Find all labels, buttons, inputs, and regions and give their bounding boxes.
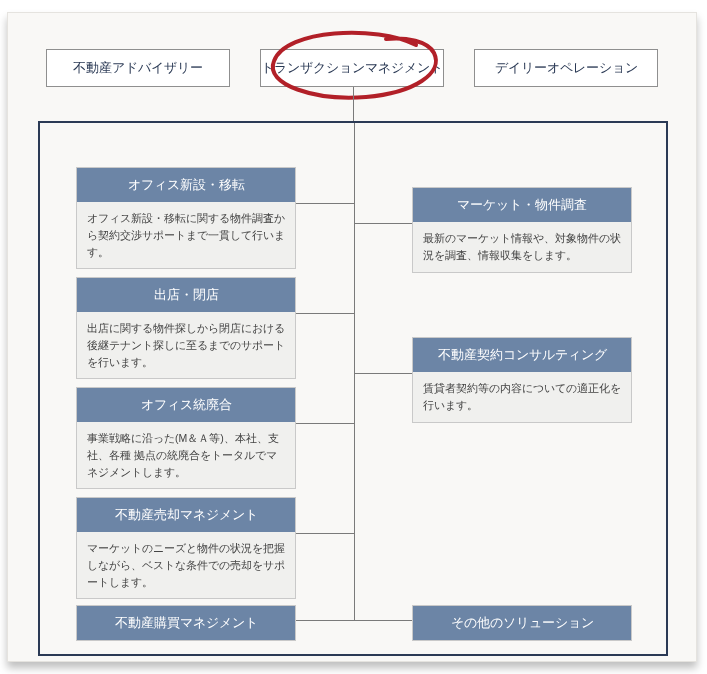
card-title: マーケット・物件調査 (413, 188, 631, 222)
connector (296, 203, 354, 204)
connector (296, 313, 354, 314)
card-title: その他のソリューション (412, 605, 632, 641)
connector (355, 620, 413, 621)
card-title: 不動産契約コンサルティング (413, 338, 631, 372)
card-desc: 賃貸者契約等の内容についての適正化を行います。 (413, 372, 631, 422)
connector (296, 533, 354, 534)
tab-label: デイリーオペレーション (495, 59, 638, 77)
card-office-new-relocate: オフィス新設・移転 オフィス新設・移転に関する物件調査から契約交渉サポートまで一… (76, 167, 296, 269)
card-title: オフィス統廃合 (77, 388, 295, 422)
connector (355, 223, 413, 224)
top-tabs: 不動産アドバイザリー トランザクションマネジメント デイリーオペレーション (8, 49, 696, 87)
card-office-consolidation: オフィス統廃合 事業戦略に沿った(M＆Ａ等)、本社、支社、各種 拠点の統廃合をト… (76, 387, 296, 489)
tab-label: トランザクションマネジメント (261, 59, 443, 77)
connector (296, 423, 354, 424)
card-desc: オフィス新設・移転に関する物件調査から契約交渉サポートまで一貫して行います。 (77, 202, 295, 268)
card-desc: 出店に関する物件探しから閉店における後継テナント探しに至るまでのサポートを行いま… (77, 312, 295, 378)
tab-transaction: トランザクションマネジメント (260, 49, 444, 87)
connector (355, 373, 413, 374)
tab-advisory: 不動産アドバイザリー (46, 49, 230, 87)
card-open-close: 出店・閉店 出店に関する物件探しから閉店における後継テナント探しに至るまでのサポ… (76, 277, 296, 379)
card-title: 不動産購買マネジメント (76, 605, 296, 641)
card-contract-consulting: 不動産契約コンサルティング 賃貸者契約等の内容についての適正化を行います。 (412, 337, 632, 423)
tab-daily-ops: デイリーオペレーション (474, 49, 658, 87)
card-other-solutions: その他のソリューション (412, 605, 632, 641)
connector-spine (354, 123, 355, 621)
diagram-canvas: 不動産アドバイザリー トランザクションマネジメント デイリーオペレーション オフ… (7, 12, 697, 662)
card-sale-management: 不動産売却マネジメント マーケットのニーズと物件の状況を把握しながら、ベストな条… (76, 497, 296, 599)
card-market-survey: マーケット・物件調査 最新のマーケット情報や、対象物件の状況を調査、情報収集をし… (412, 187, 632, 273)
main-frame: オフィス新設・移転 オフィス新設・移転に関する物件調査から契約交渉サポートまで一… (38, 121, 668, 656)
card-title: 出店・閉店 (77, 278, 295, 312)
card-title: 不動産売却マネジメント (77, 498, 295, 532)
connector (296, 620, 354, 621)
card-desc: マーケットのニーズと物件の状況を把握しながら、ベストな条件での売却をサポートしま… (77, 532, 295, 598)
card-desc: 最新のマーケット情報や、対象物件の状況を調査、情報収集をします。 (413, 222, 631, 272)
connector (353, 87, 354, 121)
card-title: オフィス新設・移転 (77, 168, 295, 202)
card-desc: 事業戦略に沿った(M＆Ａ等)、本社、支社、各種 拠点の統廃合をトータルでマネジメ… (77, 422, 295, 488)
card-purchase-management: 不動産購買マネジメント (76, 605, 296, 641)
tab-label: 不動産アドバイザリー (73, 59, 203, 77)
